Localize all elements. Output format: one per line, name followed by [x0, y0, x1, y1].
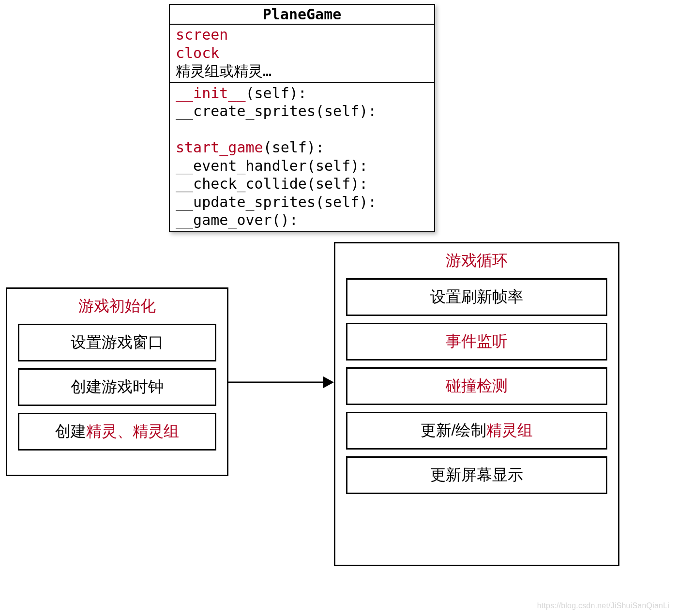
- init-step: 设置游戏窗口: [18, 324, 216, 361]
- class-attr-line-segment: screen: [176, 26, 228, 43]
- class-method-line-segment: __init__: [176, 85, 246, 102]
- loop-step-segment: 设置刷新帧率: [430, 288, 523, 305]
- class-method-line-segment: start_game: [176, 139, 263, 156]
- loop-box: 游戏循环 设置刷新帧率事件监听碰撞检测更新/绘制精灵组更新屏幕显示: [334, 242, 619, 566]
- class-method-line-segment: __event_handler(self):: [176, 157, 368, 174]
- init-title: 游戏初始化: [7, 296, 227, 317]
- class-method-line-segment: __check_collide(self):: [176, 175, 368, 192]
- init-steps: 设置游戏窗口创建游戏时钟创建精灵、精灵组: [7, 324, 227, 451]
- class-method-line-segment: __game_over():: [176, 211, 298, 228]
- arrow-init-to-loop: [228, 373, 334, 392]
- loop-step-segment: 更新屏幕显示: [430, 466, 523, 483]
- loop-step-segment: 更新/绘制: [421, 421, 487, 439]
- class-title: PlaneGame: [170, 5, 434, 25]
- loop-step: 更新屏幕显示: [346, 456, 607, 494]
- class-method-line-segment: __create_sprites(self):: [176, 103, 377, 120]
- init-step-segment: 创建: [55, 422, 86, 440]
- loop-step: 设置刷新帧率: [346, 278, 607, 316]
- init-box: 游戏初始化 设置游戏窗口创建游戏时钟创建精灵、精灵组: [6, 287, 228, 476]
- svg-marker-1: [323, 376, 334, 388]
- init-step: 创建游戏时钟: [18, 368, 216, 406]
- class-method-line: __create_sprites(self):: [176, 102, 428, 120]
- init-step: 创建精灵、精灵组: [18, 413, 216, 451]
- class-box-planegame: PlaneGame screenclock精灵组或精灵… __init__(se…: [169, 4, 435, 232]
- init-step-segment: 创建游戏时钟: [71, 378, 164, 395]
- class-method-line-segment: [176, 121, 184, 138]
- class-method-line: start_game(self):: [176, 138, 428, 157]
- class-method-line-segment: (self):: [263, 139, 324, 156]
- loop-step-segment: 事件监听: [446, 332, 508, 350]
- loop-step-segment: 碰撞检测: [446, 377, 508, 394]
- loop-step-segment: 精灵组: [486, 421, 533, 439]
- class-method-line: __event_handler(self):: [176, 157, 428, 175]
- class-attr-line-segment: 精灵组或精灵…: [176, 62, 271, 79]
- class-method-line: __update_sprites(self):: [176, 193, 428, 211]
- class-attr-line: screen: [176, 26, 428, 44]
- class-attr-line-segment: clock: [176, 45, 219, 61]
- class-method-line: __check_collide(self):: [176, 175, 428, 193]
- class-method-line: __init__(self):: [176, 84, 428, 103]
- loop-title: 游戏循环: [335, 250, 618, 271]
- class-method-line-segment: (self):: [246, 85, 307, 102]
- class-attr-line: clock: [176, 44, 428, 62]
- class-attr-line: 精灵组或精灵…: [176, 62, 428, 80]
- loop-step: 更新/绘制精灵组: [346, 412, 607, 450]
- class-attributes: screenclock精灵组或精灵…: [170, 25, 434, 83]
- class-methods: __init__(self):__create_sprites(self): s…: [170, 83, 434, 231]
- init-step-segment: 设置游戏窗口: [71, 333, 164, 351]
- loop-step: 事件监听: [346, 323, 607, 361]
- class-method-line: __game_over():: [176, 211, 428, 229]
- class-method-line: [176, 120, 428, 139]
- loop-steps: 设置刷新帧率事件监听碰撞检测更新/绘制精灵组更新屏幕显示: [335, 278, 618, 494]
- class-method-line-segment: __update_sprites(self):: [176, 194, 377, 210]
- init-step-segment: 精灵、精灵组: [86, 422, 179, 440]
- loop-step: 碰撞检测: [346, 367, 607, 405]
- watermark-text: https://blog.csdn.net/JiShuiSanQianLi: [537, 601, 669, 610]
